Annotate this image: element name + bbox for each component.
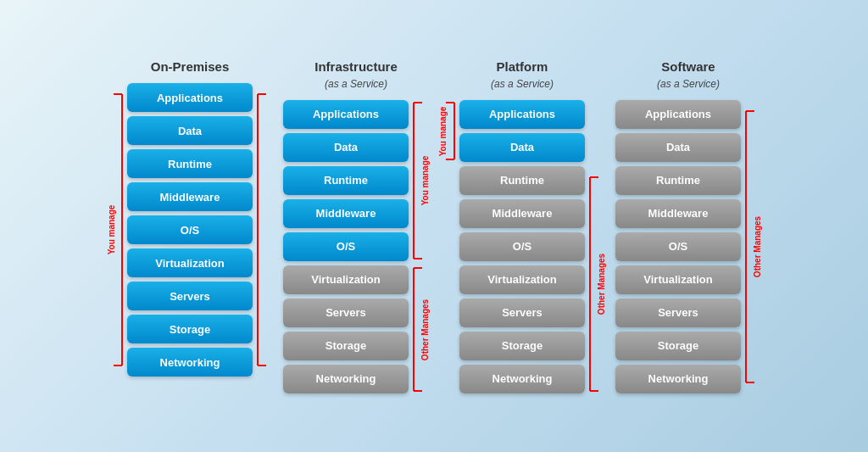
- list-item: Servers: [459, 299, 585, 327]
- list-item: Storage: [127, 315, 253, 343]
- list-item: Servers: [283, 299, 409, 327]
- list-item: Runtime: [127, 149, 253, 178]
- title-on-premises: On-Premises: [151, 59, 230, 75]
- list-item: O/S: [615, 232, 741, 261]
- list-item: Runtime: [283, 166, 409, 195]
- list-item: Middleware: [459, 199, 585, 228]
- main-container: On-Premises You manage Applications Data…: [0, 42, 868, 410]
- label-you-manage-iaas: You manage: [420, 156, 430, 206]
- list-item: O/S: [127, 215, 253, 244]
- label-other-manages-paas: Other Manages: [597, 254, 606, 315]
- list-item: Virtualization: [127, 248, 253, 277]
- list-item: Data: [459, 133, 585, 162]
- list-item: Networking: [283, 365, 409, 393]
- list-item: Networking: [459, 365, 585, 393]
- title-paas: Platform (as a Service): [491, 59, 554, 92]
- column-saas: Software (as a Service) Applications Dat…: [615, 59, 761, 393]
- list-item: Storage: [615, 332, 741, 360]
- list-item: O/S: [283, 232, 409, 261]
- list-item: Applications: [459, 100, 585, 129]
- column-iaas: Infrastructure (as a Service) Applicatio…: [283, 59, 429, 393]
- list-item: Middleware: [127, 182, 253, 211]
- list-item: Middleware: [615, 199, 741, 228]
- list-item: Networking: [127, 348, 253, 377]
- label-you-manage-on-premises: You manage: [107, 205, 116, 255]
- list-item: Runtime: [459, 166, 585, 195]
- title-saas: Software (as a Service): [657, 59, 720, 92]
- stack-iaas: Applications Data Runtime Middleware O/S…: [283, 100, 409, 393]
- list-item: Storage: [459, 332, 585, 360]
- title-iaas: Infrastructure (as a Service): [314, 59, 398, 92]
- right-bracket-on-premises: [256, 92, 273, 368]
- list-item: Storage: [283, 332, 409, 360]
- list-item: Virtualization: [615, 265, 741, 294]
- column-paas: Platform (as a Service) You manage Appli…: [439, 59, 605, 393]
- list-item: Applications: [283, 100, 409, 129]
- list-item: Virtualization: [283, 265, 409, 294]
- label-you-manage-paas: You manage: [438, 106, 448, 156]
- list-item: Runtime: [615, 166, 741, 195]
- list-item: Servers: [615, 299, 741, 327]
- list-item: Data: [127, 116, 253, 145]
- list-item: Virtualization: [459, 265, 585, 294]
- list-item: Applications: [127, 83, 253, 112]
- list-item: Networking: [615, 365, 741, 393]
- list-item: Servers: [127, 282, 253, 310]
- label-other-manages-iaas: Other Manages: [420, 299, 430, 360]
- label-other-manages-saas: Other Manages: [753, 216, 762, 277]
- list-item: Data: [615, 133, 741, 162]
- list-item: Middleware: [283, 199, 409, 228]
- list-item: O/S: [459, 232, 585, 261]
- stack-on-premises: Applications Data Runtime Middleware O/S…: [127, 83, 253, 377]
- list-item: Applications: [615, 100, 741, 129]
- list-item: Data: [283, 133, 409, 162]
- stack-paas: Applications Data Runtime Middleware O/S…: [459, 100, 585, 393]
- stack-saas: Applications Data Runtime Middleware O/S…: [615, 100, 741, 393]
- column-on-premises: On-Premises You manage Applications Data…: [107, 59, 273, 377]
